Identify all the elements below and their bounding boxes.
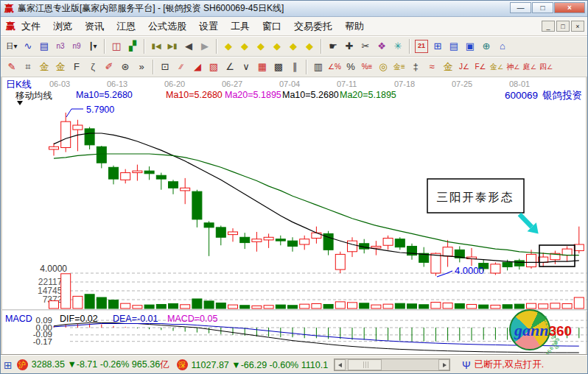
cycle-tool-icon[interactable]: ✳	[390, 38, 406, 54]
percent-icon[interactable]: %	[343, 59, 359, 75]
parallel-lines-icon[interactable]: ∥	[287, 59, 303, 75]
menu-item-3[interactable]: 江恩	[116, 21, 136, 32]
crosshair-icon[interactable]: ✚	[341, 38, 357, 54]
mdi-minimize-button[interactable]: _	[542, 21, 555, 32]
color-volume-icon[interactable]: ▞	[125, 38, 141, 54]
menu-item-1[interactable]: 浏览	[53, 21, 72, 32]
prev-page-icon[interactable]: ◀	[181, 38, 197, 54]
drawing-toolbar: ✎⌗金金Fζ✐⊛»⊡∕∕◢▧∠∨▦▩∥▥∠%%%≡◎金≡‡≈金J∠F∠金∠神∠庭…	[1, 57, 587, 77]
cut-tool-icon[interactable]: ✂	[357, 38, 374, 54]
scroll-left-button[interactable]	[335, 359, 346, 370]
period-day-button[interactable]: 日▾	[4, 38, 20, 54]
minimize-button[interactable]: —	[510, 2, 531, 13]
gann-angle-j-icon[interactable]: J∠	[456, 59, 472, 75]
report-icon[interactable]: ▤	[446, 38, 462, 54]
grid-axis-icon[interactable]: ⌗	[20, 59, 36, 75]
menu-item-2[interactable]: 资讯	[85, 21, 104, 32]
mdi-restore-button[interactable]: □	[556, 21, 570, 32]
gann-grid-gold-icon[interactable]: 金	[36, 59, 52, 75]
menu-item-5[interactable]: 设置	[199, 21, 218, 32]
calendar-icon[interactable]: 21	[415, 40, 428, 53]
close-button[interactable]: ×	[554, 2, 585, 13]
svg-text:MACD=0.05: MACD=0.05	[167, 314, 217, 324]
percent-levels-icon[interactable]: %≡	[359, 59, 375, 75]
f10-info-icon[interactable]: ▤	[36, 38, 52, 54]
svg-text:三阳开泰形态: 三阳开泰形态	[437, 191, 514, 203]
diamond-up-icon[interactable]: ◆	[285, 38, 301, 54]
candle-style-icon[interactable]: ┃▾	[85, 38, 101, 54]
brush-tool-icon[interactable]: ✎	[4, 59, 20, 75]
box-frame-icon[interactable]: ⊡	[157, 59, 173, 75]
pencil-tool-icon[interactable]: ✐	[101, 59, 117, 75]
wave-chart-icon[interactable]: ∿	[20, 38, 36, 54]
speed-rays-icon[interactable]: ∕∕	[173, 59, 189, 75]
small-chart-9-icon[interactable]: n9	[69, 38, 85, 54]
shanghai-badge-icon[interactable]: 沪	[17, 359, 28, 370]
quotes-panel-icon[interactable]: ⊞	[4, 359, 13, 371]
mdi-close-button[interactable]: ×	[571, 21, 584, 32]
zigzag-icon[interactable]: ∨	[238, 59, 254, 75]
gold-label-icon[interactable]: 金	[440, 59, 456, 75]
save-icon[interactable]: ▣	[462, 38, 478, 54]
gann-box-tool-icon[interactable]: ❖	[374, 38, 390, 54]
network-icon[interactable]: ⊕	[478, 38, 494, 54]
chart-area: 4.0000221179147453737260.090.00-0.09-0.1…	[1, 77, 587, 354]
sz-pct: -0.60%	[270, 360, 299, 370]
more-tools-chevron[interactable]: »	[133, 59, 150, 75]
price-flag-icon[interactable]: ‡	[407, 59, 424, 75]
gann-angle-shen-icon[interactable]: 神∠	[505, 59, 521, 75]
shenzhen-badge-icon[interactable]: 深	[177, 359, 188, 370]
ruler-icon[interactable]: ▥	[310, 59, 326, 75]
hatch-grid-icon[interactable]: ▩	[270, 59, 287, 75]
sz-change: -66.29	[241, 360, 267, 370]
diamond-right-icon[interactable]: ◆	[237, 38, 253, 54]
calculator-icon[interactable]: ⊞	[430, 38, 446, 54]
pattern-annotation[interactable]: 三阳开泰形态	[427, 179, 524, 213]
connection-status-text[interactable]: 已断开,双点打开.	[475, 359, 544, 371]
gold-levels-icon[interactable]: 金≡	[391, 59, 407, 75]
menu-item-7[interactable]: 窗口	[262, 21, 281, 32]
menu-item-6[interactable]: 工具	[231, 21, 250, 32]
gann-angle-ting-icon[interactable]: 庭∠	[522, 59, 538, 75]
hand-tool-icon[interactable]: ☛	[325, 38, 341, 54]
trend-angle-icon[interactable]: ∠	[222, 59, 238, 75]
indicator-window-icon[interactable]: ◫	[108, 38, 125, 54]
fib-grid-icon[interactable]: F	[69, 59, 85, 75]
shenzhen-index-quote[interactable]: 11027.87 ▼-66.29 -0.60% 1110.1	[192, 360, 329, 370]
gann-angle-gold-icon[interactable]: 金∠	[489, 59, 505, 75]
diamond-left-icon[interactable]: ◆	[220, 38, 237, 54]
wave-band-icon[interactable]: ≈	[424, 59, 440, 75]
kline-chart-canvas[interactable]: 4.0000221179147453737260.090.00-0.09-0.1…	[2, 77, 588, 354]
first-page-icon[interactable]: ▮◀	[148, 38, 164, 54]
fan-lines-icon[interactable]: ◢	[189, 59, 206, 75]
menu-item-0[interactable]: 文件	[21, 21, 41, 32]
horizontal-scrollbar[interactable]	[334, 359, 450, 371]
gann-angle-f-icon[interactable]: F∠	[472, 59, 489, 75]
maximize-button[interactable]: □	[532, 2, 553, 13]
title-bar[interactable]: 赢 赢家江恩专业版[赢家内部服务平台] - [银鸽投资 SH600069-45日…	[1, 1, 587, 17]
square-grid-icon[interactable]: ▦	[254, 59, 270, 75]
shanghai-index-quote[interactable]: 3288.35 ▼-8.71 -0.26% 965.36亿	[32, 359, 169, 371]
fan-grid-icon[interactable]: ▧	[206, 59, 222, 75]
menu-item-9[interactable]: 帮助	[345, 21, 364, 32]
gold-circle-icon[interactable]: ◎	[375, 59, 391, 75]
remote-client-icon[interactable]: ⌂	[494, 38, 511, 54]
next-page-icon[interactable]: ▶	[197, 38, 213, 54]
scroll-right-button[interactable]	[438, 359, 449, 370]
time-cycle-icon[interactable]: ⊛	[117, 59, 133, 75]
last-page-icon[interactable]: ▶▮	[164, 38, 181, 54]
gann-grid-gold2-icon[interactable]: 金	[52, 59, 69, 75]
scrollbar-thumb[interactable]	[348, 359, 382, 370]
diamond-down-icon[interactable]: ◆	[301, 38, 318, 54]
percent-angle-icon[interactable]: ∠%	[326, 59, 343, 75]
ma-selector-arrow-icon[interactable]	[17, 101, 23, 105]
menu-item-4[interactable]: 公式选股	[148, 21, 186, 32]
gann360-logo: 0123456789 0123456789 gann360	[509, 308, 588, 353]
gann-angle-four-icon[interactable]: 四∠	[538, 59, 554, 75]
spiral-tool-icon[interactable]: ζ	[85, 59, 101, 75]
diamond-expand-icon[interactable]: ◆	[253, 38, 269, 54]
small-chart-3-icon[interactable]: n3	[52, 38, 69, 54]
diamond-compress-icon[interactable]: ◆	[269, 38, 285, 54]
toolbar-separator	[153, 60, 154, 74]
menu-item-8[interactable]: 交易委托	[294, 21, 332, 32]
